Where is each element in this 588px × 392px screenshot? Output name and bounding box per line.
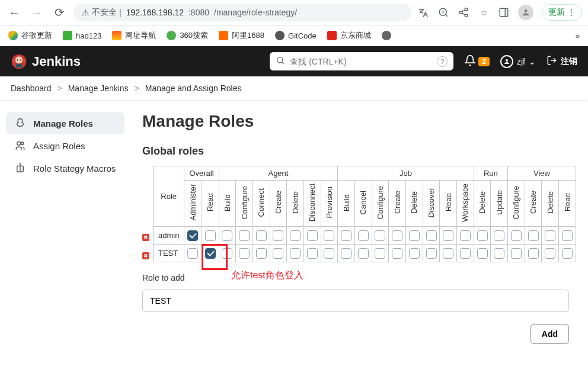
permission-checkbox[interactable] [511, 248, 522, 259]
permission-checkbox[interactable] [222, 248, 232, 259]
sidebar-item[interactable]: Role Stategy Macros [6, 157, 124, 179]
permission-checkbox[interactable] [460, 248, 471, 259]
notifications-button[interactable]: 2 [464, 54, 490, 68]
permission-checkbox[interactable] [562, 248, 573, 259]
role-name-cell: TEST [154, 245, 184, 262]
logout-label: 注销 [561, 56, 577, 67]
permission-checkbox[interactable] [426, 230, 437, 241]
breadcrumb-link[interactable]: Dashboard [11, 83, 52, 93]
permission-checkbox[interactable] [494, 230, 504, 241]
bookmark-item[interactable]: 京东商城 [327, 30, 371, 41]
delete-role-button[interactable]: ✖ [142, 252, 149, 259]
permission-checkbox[interactable] [494, 248, 504, 259]
permission-checkbox[interactable] [290, 230, 301, 241]
permission-checkbox[interactable] [392, 248, 402, 259]
svg-line-7 [462, 10, 465, 12]
bookmarks-overflow[interactable]: » [576, 31, 580, 40]
permission-checkbox[interactable] [222, 230, 232, 241]
bookmark-item[interactable]: 网址导航 [112, 30, 156, 41]
url-bar[interactable]: ⚠ 不安全 | 192.168.198.12:8080/manage/role-… [74, 4, 411, 21]
permission-checkbox[interactable] [324, 248, 334, 259]
bookmark-item[interactable]: 360搜索 [167, 30, 208, 41]
permission-checkbox[interactable] [273, 248, 283, 259]
bookmark-favicon [112, 31, 122, 40]
permission-checkbox[interactable] [341, 248, 351, 259]
translate-icon[interactable] [417, 7, 429, 18]
permission-checkbox[interactable] [409, 230, 420, 241]
permission-checkbox[interactable] [358, 230, 369, 241]
permission-checkbox[interactable] [205, 248, 216, 259]
permission-checkbox[interactable] [409, 248, 420, 259]
share-icon[interactable] [458, 7, 469, 18]
section-title: Global roles [142, 145, 576, 158]
bookmark-label: GitCode [288, 31, 317, 40]
permission-checkbox[interactable] [290, 248, 301, 259]
permission-checkbox[interactable] [528, 230, 539, 241]
user-menu[interactable]: zjf ⌄ [500, 55, 536, 68]
permission-checkbox[interactable] [273, 230, 283, 241]
permission-checkbox[interactable] [545, 248, 555, 259]
jenkins-logo[interactable]: Jenkins [11, 53, 81, 70]
permission-checkbox[interactable] [528, 248, 539, 259]
permission-header: Configure [372, 181, 389, 227]
permission-checkbox[interactable] [205, 230, 216, 241]
permission-checkbox[interactable] [324, 230, 334, 241]
permission-checkbox[interactable] [187, 248, 198, 259]
bookmark-item[interactable]: 阿里1688 [219, 30, 264, 41]
permission-checkbox[interactable] [562, 230, 573, 241]
sidebar-item[interactable]: Manage Roles [6, 112, 124, 134]
permission-header: Delete [542, 181, 559, 227]
sidebar-item[interactable]: Assign Roles [6, 134, 124, 157]
permission-checkbox[interactable] [307, 248, 318, 259]
url-host: 192.168.198.12 [126, 8, 184, 17]
bookmark-item[interactable]: GitCode [275, 31, 317, 40]
permission-checkbox[interactable] [307, 230, 318, 241]
jenkins-logo-icon [11, 53, 27, 70]
permission-checkbox[interactable] [256, 230, 267, 241]
permission-checkbox[interactable] [341, 230, 351, 241]
browser-update-button[interactable]: 更新 ⋮ [542, 4, 582, 21]
star-icon[interactable]: ☆ [478, 7, 490, 18]
svg-line-6 [462, 13, 465, 15]
permission-checkbox[interactable] [187, 230, 198, 241]
search-box[interactable]: ? [270, 52, 453, 70]
permission-checkbox[interactable] [256, 248, 267, 259]
breadcrumb-link[interactable]: Manage and Assign Roles [145, 83, 242, 93]
permission-checkbox[interactable] [375, 230, 385, 241]
back-button[interactable]: ← [6, 4, 23, 21]
profile-avatar[interactable] [518, 5, 533, 20]
permission-checkbox[interactable] [358, 248, 369, 259]
delete-role-button[interactable]: ✖ [142, 234, 149, 241]
permission-checkbox[interactable] [545, 230, 555, 241]
search-input[interactable] [290, 57, 432, 66]
permission-checkbox[interactable] [443, 248, 453, 259]
help-icon[interactable]: ? [437, 56, 448, 67]
forward-button[interactable]: → [28, 4, 45, 21]
permission-checkbox[interactable] [443, 230, 453, 241]
bookmark-item[interactable]: 谷歌更新 [8, 30, 52, 41]
permission-checkbox[interactable] [375, 248, 385, 259]
permission-checkbox[interactable] [392, 230, 402, 241]
breadcrumb-link[interactable]: Manage Jenkins [68, 83, 129, 93]
permission-checkbox[interactable] [460, 230, 471, 241]
permission-checkbox[interactable] [239, 248, 250, 259]
permission-checkbox[interactable] [239, 230, 250, 241]
svg-point-5 [465, 14, 468, 17]
panel-icon[interactable] [498, 7, 510, 18]
permission-checkbox[interactable] [426, 248, 437, 259]
sidebar-item-label: Role Stategy Macros [33, 163, 116, 173]
bookmark-item[interactable]: hao123 [63, 31, 101, 40]
permission-checkbox[interactable] [511, 230, 522, 241]
svg-rect-13 [16, 63, 23, 68]
zoom-out-icon[interactable] [437, 7, 449, 18]
bookmark-item[interactable] [382, 31, 391, 40]
role-to-add-input[interactable] [142, 290, 569, 312]
permission-checkbox[interactable] [477, 230, 488, 241]
permission-header: Create [270, 181, 287, 227]
permission-header: Provision [321, 181, 338, 227]
reload-button[interactable]: ⟳ [51, 4, 68, 21]
permission-checkbox[interactable] [477, 248, 488, 259]
bookmark-favicon [63, 31, 72, 40]
add-button[interactable]: Add [531, 324, 569, 344]
logout-button[interactable]: 注销 [547, 55, 577, 68]
